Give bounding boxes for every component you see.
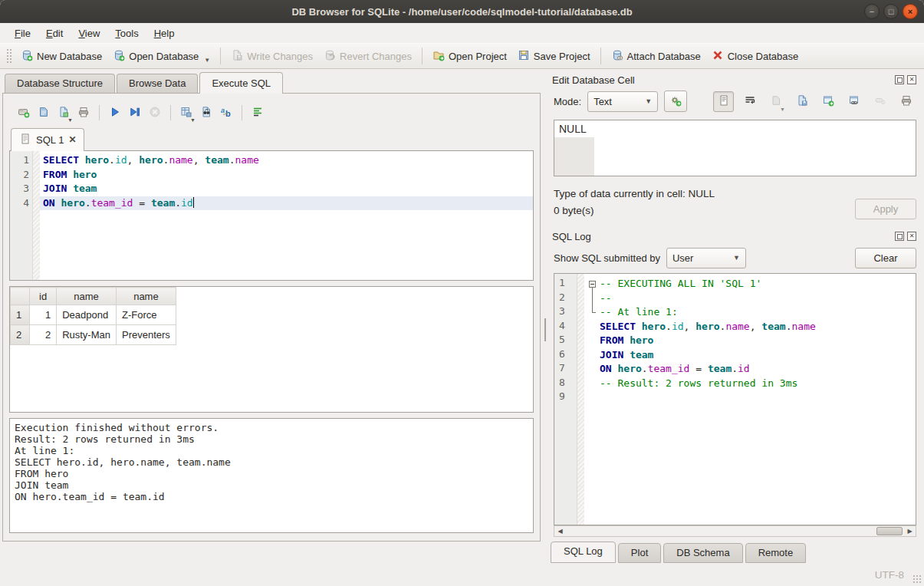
log-line: -- At line 1: xyxy=(584,305,916,320)
toolbar-separator xyxy=(99,105,100,120)
log-fold-margin xyxy=(577,274,584,525)
table-cell[interactable]: 1 xyxy=(30,305,57,325)
dock-tabbar: SQL LogPlotDB SchemaRemote xyxy=(549,537,918,563)
filter-label: Show SQL submitted by xyxy=(554,252,660,264)
print-sql-button[interactable] xyxy=(74,103,94,123)
chevron-down-icon: ▼ xyxy=(780,107,785,112)
menu-item-file[interactable]: File xyxy=(8,25,38,41)
editor-code-area[interactable]: SELECT hero.id, hero.name, team.nameFROM… xyxy=(40,151,533,280)
table-cell[interactable]: Z-Force xyxy=(116,305,176,325)
column-header[interactable]: name xyxy=(116,288,176,305)
sql-tab-close-icon[interactable]: ✕ xyxy=(68,134,76,145)
save-project-button[interactable]: Save Project xyxy=(512,46,596,67)
menu-item-view[interactable]: View xyxy=(71,25,107,41)
log-horizontal-scrollbar[interactable]: ◀ ▶ xyxy=(554,525,916,537)
copy-link-button[interactable] xyxy=(843,91,864,112)
sql-editor[interactable]: 1234 SELECT hero.id, hero.name, team.nam… xyxy=(9,150,534,281)
sql-file-tabbar: SQL 1 ✕ xyxy=(9,127,534,150)
dock-close-icon[interactable]: ✕ xyxy=(907,232,916,241)
editor-line[interactable]: FROM hero xyxy=(40,168,533,183)
maximize-button[interactable]: □ xyxy=(883,4,899,19)
toolbar-drag-handle[interactable] xyxy=(6,48,12,64)
execute-all-button[interactable] xyxy=(105,103,125,123)
column-header[interactable]: name xyxy=(57,288,117,305)
execute-current-line-button[interactable] xyxy=(125,103,145,123)
editor-results-splitter[interactable] xyxy=(9,281,534,286)
mode-select[interactable]: Text▼ xyxy=(587,91,658,112)
text-mode-button[interactable] xyxy=(713,91,734,112)
chevron-down-icon: ▼ xyxy=(645,97,652,105)
print-cell-button[interactable] xyxy=(896,91,916,112)
open-database-button[interactable]: Open Database▼ xyxy=(107,46,215,67)
cell-mode-row: Mode: Text▼ ▼ xyxy=(549,87,918,115)
editor-line[interactable]: SELECT hero.id, hero.name, team.name xyxy=(40,153,533,168)
editor-line-numbers: 1234 xyxy=(10,151,33,280)
auto-format-button[interactable] xyxy=(664,91,687,112)
open-sql-file-button[interactable] xyxy=(34,103,54,123)
dock-float-icon[interactable] xyxy=(895,75,904,84)
scroll-left-icon[interactable]: ◀ xyxy=(554,526,566,536)
execution-log[interactable]: Execution finished without errors. Resul… xyxy=(9,418,534,533)
resize-grip[interactable] xyxy=(912,574,922,584)
cell-value-editor[interactable]: NULL xyxy=(554,120,916,176)
panel-splitter[interactable] xyxy=(543,69,547,563)
dock-tab-remote[interactable]: Remote xyxy=(745,543,807,563)
editor-line[interactable]: JOIN team xyxy=(40,182,533,196)
sql-file-tab[interactable]: SQL 1 ✕ xyxy=(11,128,84,151)
scrollbar-thumb[interactable] xyxy=(876,527,903,535)
dock-close-icon[interactable]: ✕ xyxy=(907,75,916,84)
find-replace-button[interactable]: ab xyxy=(216,103,236,123)
row-header[interactable]: 2 xyxy=(11,325,30,345)
editor-line[interactable]: ON hero.team_id = team.id xyxy=(40,196,533,211)
minimize-button[interactable]: − xyxy=(864,4,880,19)
apply-button[interactable]: Apply xyxy=(855,199,916,219)
filter-select[interactable]: User▼ xyxy=(666,248,746,268)
table-cell[interactable]: Deadpond xyxy=(57,305,117,325)
table-cell[interactable]: Rusty-Man xyxy=(57,325,117,345)
dock-tab-sql-log[interactable]: SQL Log xyxy=(551,542,616,563)
open-project-button[interactable]: Open Project xyxy=(427,46,512,67)
new-database-button[interactable]: New Database xyxy=(15,46,107,67)
fold-marker xyxy=(587,320,600,334)
fold-marker xyxy=(587,334,600,348)
column-header[interactable]: id xyxy=(30,288,57,305)
tab-execute-sql[interactable]: Execute SQL xyxy=(199,72,283,94)
table-cell[interactable]: 2 xyxy=(30,325,57,345)
open-in-external-app-button[interactable] xyxy=(817,91,838,112)
corner-header xyxy=(11,288,30,305)
format-sql-button[interactable] xyxy=(248,103,268,123)
row-header[interactable]: 1 xyxy=(11,305,30,325)
menu-item-help[interactable]: Help xyxy=(147,25,182,41)
tab-database-structure[interactable]: Database Structure xyxy=(5,74,115,93)
results-table[interactable]: idnamename11DeadpondZ-Force22Rusty-ManPr… xyxy=(10,287,176,345)
tab-browse-data[interactable]: Browse Data xyxy=(117,74,198,93)
table-row[interactable]: 22Rusty-ManPreventers xyxy=(11,325,176,345)
sql-tab-label: SQL 1 xyxy=(36,134,64,146)
scroll-right-icon[interactable]: ▶ xyxy=(904,526,916,536)
save-results-view-button[interactable]: ▼ xyxy=(176,103,196,123)
close-database-button[interactable]: Close Database xyxy=(706,46,804,67)
log-line: -- xyxy=(584,291,916,306)
link-icon xyxy=(848,94,860,109)
line-number: 3 xyxy=(12,182,29,196)
sql-log-view[interactable]: 123456789 -- EXECUTING ALL IN 'SQL 1'---… xyxy=(554,273,916,525)
clear-button[interactable]: Clear xyxy=(855,248,916,268)
results-log-splitter[interactable] xyxy=(9,413,534,418)
table-cell[interactable]: Preventers xyxy=(116,325,176,345)
new-sql-tab-button[interactable] xyxy=(14,103,34,123)
menu-item-edit[interactable]: Edit xyxy=(39,25,70,41)
attach-database-button[interactable]: Attach Database xyxy=(606,46,706,67)
fold-marker[interactable] xyxy=(587,277,600,291)
find-in-sql-button[interactable] xyxy=(196,103,216,123)
table-row[interactable]: 11DeadpondZ-Force xyxy=(11,305,176,325)
word-wrap-button[interactable] xyxy=(739,91,760,112)
menu-item-tools[interactable]: Tools xyxy=(108,25,145,41)
save-sql-file-button[interactable]: ▼ xyxy=(54,103,74,123)
dock-tab-plot[interactable]: Plot xyxy=(618,543,661,563)
close-button[interactable]: × xyxy=(903,4,918,19)
format-icon xyxy=(252,106,264,120)
export-data-button[interactable] xyxy=(791,91,812,112)
dock-float-icon[interactable] xyxy=(895,232,904,241)
gear-arrow-icon xyxy=(669,94,682,109)
dock-tab-db-schema[interactable]: DB Schema xyxy=(663,543,742,563)
